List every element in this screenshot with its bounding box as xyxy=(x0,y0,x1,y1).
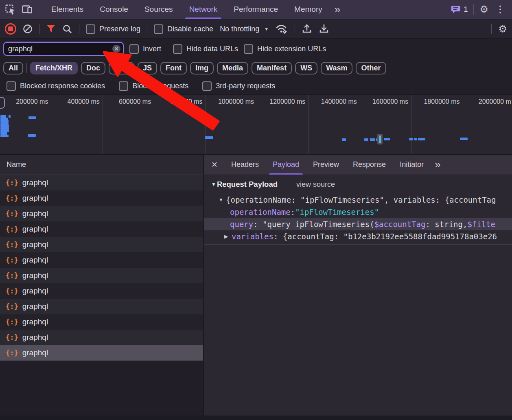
waterfall-bar[interactable] xyxy=(28,116,36,119)
waterfall-bar[interactable] xyxy=(364,138,368,141)
payload-line[interactable]: operationName: "ipFlowTimeseries" xyxy=(204,206,512,218)
waterfall-bar[interactable] xyxy=(205,136,213,139)
payload-line[interactable]: query: "query ipFlowTimeseries($accountT… xyxy=(204,218,512,230)
table-row[interactable]: {:}graphql xyxy=(0,283,203,299)
waterfall-bar[interactable] xyxy=(342,138,346,141)
expanded-triangle-icon[interactable]: ▼ xyxy=(219,197,226,203)
waterfall-bar[interactable] xyxy=(409,138,413,140)
invert-checkbox[interactable] xyxy=(129,44,139,54)
search-icon[interactable] xyxy=(62,24,72,34)
waterfall-bar[interactable] xyxy=(414,138,417,140)
payload-line[interactable]: ▶variables: {accountTag: "b12e3b2192ee55… xyxy=(204,230,512,243)
table-row[interactable]: {:}graphql xyxy=(0,252,203,268)
third-party-requests-checkbox[interactable] xyxy=(202,81,212,91)
network-settings-gear-icon[interactable]: ⚙ xyxy=(498,24,507,34)
waterfall-bar[interactable] xyxy=(370,138,375,141)
preserve-log-checkbox[interactable] xyxy=(86,24,95,34)
tab-network[interactable]: Network xyxy=(181,0,226,19)
table-row[interactable]: {:}graphql xyxy=(0,345,203,361)
hide-extension-urls-checkbox-group[interactable]: Hide extension URLs xyxy=(244,44,326,54)
disable-cache-checkbox-group[interactable]: Disable cache xyxy=(154,24,213,34)
details-more-tabs-icon[interactable]: » xyxy=(431,155,444,175)
tab-sources[interactable]: Sources xyxy=(136,0,181,19)
waterfall-bar[interactable] xyxy=(460,138,468,140)
hide-extension-urls-checkbox[interactable] xyxy=(244,44,253,54)
table-row[interactable]: {:}graphql xyxy=(0,221,203,237)
view-source-link[interactable]: view source xyxy=(296,180,335,189)
hide-data-urls-checkbox[interactable] xyxy=(173,44,182,54)
collapse-triangle-icon[interactable]: ▼ xyxy=(211,182,216,187)
table-row[interactable]: {:}graphql xyxy=(0,175,203,190)
waterfall-bar[interactable] xyxy=(384,138,390,140)
filter-input[interactable] xyxy=(4,45,123,53)
table-row[interactable]: {:}graphql xyxy=(0,190,203,206)
settings-gear-icon[interactable]: ⚙ xyxy=(479,4,488,14)
fetch-xhr-icon: {:} xyxy=(6,287,18,295)
name-column-header[interactable]: Name xyxy=(0,155,203,175)
table-row[interactable]: {:}graphql xyxy=(0,314,203,330)
more-tabs-icon[interactable]: » xyxy=(330,4,344,15)
chip-other[interactable]: Other xyxy=(356,62,386,74)
table-row[interactable]: {:}graphql xyxy=(0,268,203,283)
timeline-scroll-handle[interactable] xyxy=(0,97,5,109)
waterfall-bar[interactable] xyxy=(418,138,425,140)
clear-filter-icon[interactable]: ✕ xyxy=(112,45,120,53)
payload-text-segment: : string, xyxy=(425,220,467,229)
blocked-response-cookies-group[interactable]: Blocked response cookies xyxy=(7,81,105,91)
record-network-log-button[interactable] xyxy=(5,23,16,35)
chip-img[interactable]: Img xyxy=(190,62,214,74)
timeline-tick: 1200000 ms xyxy=(257,95,309,154)
close-details-icon[interactable]: ✕ xyxy=(204,155,224,175)
tab-console[interactable]: Console xyxy=(92,0,136,19)
chip-media[interactable]: Media xyxy=(217,62,248,74)
chip-font[interactable]: Font xyxy=(160,62,187,74)
details-tab-initiator[interactable]: Initiator xyxy=(393,155,431,175)
timeline-tick: 600000 ms xyxy=(103,95,154,154)
chip-doc[interactable]: Doc xyxy=(81,62,105,74)
table-row[interactable]: {:}graphql xyxy=(0,237,203,252)
blocked-requests-group[interactable]: Blocked requests xyxy=(119,81,188,91)
chip-ws[interactable]: WS xyxy=(295,62,317,74)
chip-manifest[interactable]: Manifest xyxy=(252,62,292,74)
export-har-icon[interactable] xyxy=(319,24,329,34)
details-tab-response[interactable]: Response xyxy=(346,155,393,175)
waterfall-bar[interactable] xyxy=(28,134,36,137)
kebab-menu-icon[interactable]: ⋮ xyxy=(494,5,506,14)
disable-cache-checkbox[interactable] xyxy=(154,24,163,34)
table-row[interactable]: {:}graphql xyxy=(0,299,203,314)
device-toolbar-icon[interactable] xyxy=(22,4,33,15)
collapsed-triangle-icon[interactable]: ▶ xyxy=(224,234,232,239)
payload-line[interactable]: ▼{operationName: "ipFlowTimeseries", var… xyxy=(204,194,512,206)
chip-js[interactable]: JS xyxy=(138,62,157,74)
tab-elements[interactable]: Elements xyxy=(43,0,92,19)
chip-css[interactable]: CSS xyxy=(109,62,134,74)
network-conditions-icon[interactable] xyxy=(275,24,288,34)
details-tab-preview[interactable]: Preview xyxy=(306,155,346,175)
network-overview-timeline[interactable]: 200000 ms400000 ms600000 ms800000 ms1000… xyxy=(0,94,512,155)
blocked-requests-checkbox[interactable] xyxy=(119,81,128,91)
fetch-xhr-icon: {:} xyxy=(6,302,18,311)
chip-fetch-xhr[interactable]: Fetch/XHR xyxy=(30,62,78,74)
throttling-dropdown[interactable]: No throttling ▼ xyxy=(220,25,269,33)
filter-funnel-icon[interactable] xyxy=(46,24,56,34)
preserve-log-checkbox-group[interactable]: Preserve log xyxy=(86,24,140,34)
tab-memory[interactable]: Memory xyxy=(286,0,330,19)
issues-counter[interactable]: 1 xyxy=(451,5,468,14)
details-tab-payload[interactable]: Payload xyxy=(266,155,306,175)
invert-checkbox-group[interactable]: Invert xyxy=(129,44,161,54)
clear-network-log-icon[interactable] xyxy=(23,24,33,34)
waterfall-bar[interactable] xyxy=(0,135,9,137)
tab-performance[interactable]: Performance xyxy=(225,0,286,19)
waterfall-bar[interactable] xyxy=(9,115,11,118)
inspect-element-icon[interactable] xyxy=(5,4,16,15)
table-row[interactable]: {:}graphql xyxy=(0,330,203,345)
chip-wasm[interactable]: Wasm xyxy=(321,62,352,74)
table-row[interactable]: {:}graphql xyxy=(0,206,203,221)
blocked-response-cookies-checkbox[interactable] xyxy=(7,81,16,91)
import-har-icon[interactable] xyxy=(302,24,312,34)
chip-all[interactable]: All xyxy=(3,62,23,74)
third-party-requests-group[interactable]: 3rd-party requests xyxy=(202,81,275,91)
payload-text-segment: : "query ipFlowTimeseries( xyxy=(253,220,374,229)
details-tab-headers[interactable]: Headers xyxy=(224,155,266,175)
hide-data-urls-checkbox-group[interactable]: Hide data URLs xyxy=(173,44,238,54)
